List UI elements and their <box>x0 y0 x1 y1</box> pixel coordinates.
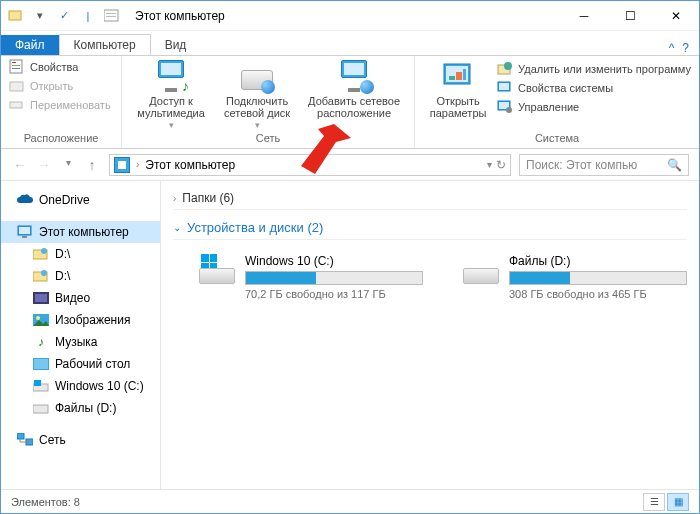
drive-item-d[interactable]: Файлы (D:) 308 ГБ свободно из 465 ГБ <box>463 254 687 300</box>
status-item-count: Элементов: 8 <box>11 496 80 508</box>
search-icon: 🔍 <box>667 158 682 172</box>
back-button[interactable]: ← <box>11 157 29 173</box>
add-network-location-button[interactable]: Добавить сетевое расположение <box>300 58 408 132</box>
qat-properties-icon[interactable]: ✓ <box>55 7 73 25</box>
uninstall-program-button[interactable]: Удалить или изменить программу <box>495 60 693 78</box>
properties-label: Свойства <box>30 61 78 73</box>
sidebar-item-files-d[interactable]: Файлы (D:) <box>1 397 160 419</box>
svg-rect-18 <box>499 83 509 90</box>
sidebar-item-label: Изображения <box>55 313 130 327</box>
tab-view[interactable]: Вид <box>151 35 201 55</box>
svg-rect-2 <box>106 13 116 14</box>
svg-rect-14 <box>463 69 466 80</box>
drives-list: Windows 10 (C:) 70,2 ГБ свободно из 117 … <box>199 254 687 300</box>
drive-item-c[interactable]: Windows 10 (C:) 70,2 ГБ свободно из 117 … <box>199 254 423 300</box>
sidebar-item-label: Видео <box>55 291 90 305</box>
this-pc-icon <box>17 224 33 240</box>
sidebar-item-music[interactable]: ♪ Музыка <box>1 331 160 353</box>
open-settings-button[interactable]: Открыть параметры <box>421 58 495 132</box>
drive-d-icon <box>463 254 499 284</box>
svg-rect-36 <box>34 359 48 369</box>
sidebar-item-d-pinned-2[interactable]: D:\ <box>1 265 160 287</box>
sidebar-item-onedrive[interactable]: OneDrive <box>1 189 160 211</box>
svg-rect-0 <box>9 11 21 20</box>
search-box[interactable]: Поиск: Этот компью 🔍 <box>519 154 689 176</box>
ribbon: Свойства Открыть Переименовать Расположе… <box>1 55 699 149</box>
explorer-window: ▾ ✓ | Этот компьютер ─ ☐ ✕ Файл Компьюте… <box>0 0 700 514</box>
maximize-button[interactable]: ☐ <box>607 1 653 31</box>
sidebar-item-videos[interactable]: Видео <box>1 287 160 309</box>
title-bar: ▾ ✓ | Этот компьютер ─ ☐ ✕ <box>1 1 699 31</box>
chevron-right-icon: › <box>173 193 176 204</box>
refresh-button[interactable]: ↻ <box>496 158 506 172</box>
system-menu-icon[interactable] <box>7 7 25 25</box>
view-tiles-button[interactable]: ▦ <box>667 493 689 511</box>
drive-subtext: 308 ГБ свободно из 465 ГБ <box>509 288 687 300</box>
close-button[interactable]: ✕ <box>653 1 699 31</box>
address-bar-icon <box>114 157 130 173</box>
status-bar: Элементов: 8 ☰ ▦ <box>1 489 699 513</box>
svg-point-33 <box>36 316 40 320</box>
ribbon-help-icon[interactable]: ? <box>682 41 689 55</box>
sidebar-item-this-pc[interactable]: Этот компьютер <box>1 221 160 243</box>
sidebar-item-d-pinned-1[interactable]: D:\ <box>1 243 160 265</box>
drive-usage-bar <box>509 271 687 285</box>
open-settings-label: Открыть параметры <box>421 95 495 119</box>
map-drive-button[interactable]: Подключить сетевой диск ▾ <box>214 58 300 132</box>
forward-button[interactable]: → <box>35 157 53 173</box>
navigation-bar: ← → ▾ ↑ › Этот компьютер ▾ ↻ Поиск: Этот… <box>1 149 699 181</box>
breadcrumb-this-pc[interactable]: Этот компьютер <box>145 158 235 172</box>
drive-title: Файлы (D:) <box>509 254 687 268</box>
drive-d-icon <box>33 400 49 416</box>
manage-button[interactable]: Управление <box>495 98 693 116</box>
map-drive-dropdown-icon: ▾ <box>255 119 260 131</box>
sidebar-item-label: Музыка <box>55 335 97 349</box>
breadcrumb-chevron[interactable]: › <box>136 159 139 170</box>
view-details-button[interactable]: ☰ <box>643 493 665 511</box>
rename-label: Переименовать <box>30 99 111 111</box>
media-label: Доступ к мультимедиа <box>128 95 214 119</box>
qat-separator: | <box>79 7 97 25</box>
address-bar[interactable]: › Этот компьютер ▾ ↻ <box>109 154 511 176</box>
folders-section-label: Папки (6) <box>182 191 234 205</box>
svg-rect-24 <box>19 227 30 234</box>
quick-access-toolbar: ▾ ✓ | <box>1 7 127 25</box>
svg-rect-5 <box>12 62 16 63</box>
tab-file[interactable]: Файл <box>1 35 59 55</box>
ribbon-right-controls: ^ ? <box>669 41 699 55</box>
sidebar-item-desktop[interactable]: Рабочий стол <box>1 353 160 375</box>
address-dropdown-icon[interactable]: ▾ <box>487 159 492 170</box>
drive-usage-bar <box>245 271 423 285</box>
devices-section-header[interactable]: ⌄ Устройства и диски (2) <box>173 220 687 240</box>
properties-icon <box>9 59 25 75</box>
folders-section-header[interactable]: › Папки (6) <box>173 191 687 210</box>
devices-section-label: Устройства и диски (2) <box>187 220 323 235</box>
manage-icon <box>497 99 513 115</box>
sidebar-item-pictures[interactable]: Изображения <box>1 309 160 331</box>
uninstall-icon <box>497 61 513 77</box>
rename-button: Переименовать <box>7 96 113 114</box>
recent-locations-button[interactable]: ▾ <box>59 157 77 173</box>
up-button[interactable]: ↑ <box>83 157 101 173</box>
music-icon: ♪ <box>33 334 49 350</box>
sidebar-item-network[interactable]: Сеть <box>1 429 160 451</box>
system-properties-icon <box>497 80 513 96</box>
system-properties-button[interactable]: Свойства системы <box>495 79 693 97</box>
qat-dropdown-icon[interactable]: ▾ <box>31 7 49 25</box>
sidebar-item-label: Рабочий стол <box>55 357 130 371</box>
ribbon-collapse-icon[interactable]: ^ <box>669 41 675 55</box>
sidebar-item-label: D:\ <box>55 269 70 283</box>
media-access-button[interactable]: ♪ Доступ к мультимедиа ▾ <box>128 58 214 132</box>
uninstall-label: Удалить или изменить программу <box>518 63 691 75</box>
properties-button[interactable]: Свойства <box>7 58 113 76</box>
content-pane: › Папки (6) ⌄ Устройства и диски (2) Win… <box>161 181 699 489</box>
desktop-icon <box>33 356 49 372</box>
drive-subtext: 70,2 ГБ свободно из 117 ГБ <box>245 288 423 300</box>
sidebar-item-windows-c[interactable]: Windows 10 (C:) <box>1 375 160 397</box>
sidebar-item-label: Файлы (D:) <box>55 401 116 415</box>
media-dropdown-icon: ▾ <box>169 119 174 131</box>
ribbon-tabs: Файл Компьютер Вид ^ ? <box>1 31 699 55</box>
minimize-button[interactable]: ─ <box>561 1 607 31</box>
tab-computer[interactable]: Компьютер <box>59 34 151 56</box>
explorer-body: OneDrive Этот компьютер D:\ D:\ Видео <box>1 181 699 489</box>
